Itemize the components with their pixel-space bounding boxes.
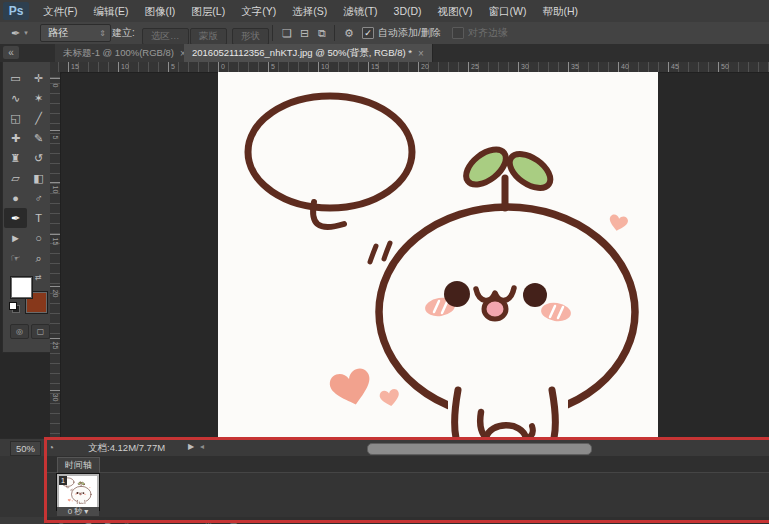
timeline-panel: 时间轴 1 0 秒 ▾ <box>0 456 769 517</box>
timeline-menu-icon[interactable]: ≡ <box>59 518 64 524</box>
spot-healing-brush-tool[interactable]: ✚ <box>4 128 27 148</box>
ellipse-shape-icon: ○ <box>35 233 42 244</box>
speech-bubble <box>248 96 412 208</box>
menu-help[interactable]: 帮助(H) <box>535 0 587 22</box>
menu-select[interactable]: 选择(S) <box>284 0 335 22</box>
swap-colors-icon[interactable]: ⇄ <box>35 273 42 282</box>
path-arrangement-icon: ⧉ <box>314 27 330 40</box>
menu-filter[interactable]: 滤镜(T) <box>335 0 385 22</box>
path-selection-icon: ► <box>10 233 21 244</box>
scroll-left-arrow-icon[interactable]: ◂ <box>200 442 204 451</box>
menu-layer[interactable]: 图层(L) <box>183 0 233 22</box>
tool-preset-picker[interactable]: ✒ ▾ <box>7 22 28 44</box>
magic-wand-tool[interactable]: ✶ <box>27 88 50 108</box>
hand-tool[interactable]: ☞ <box>4 248 27 268</box>
character-leg <box>455 390 458 438</box>
menu-edit[interactable]: 编辑(E) <box>85 0 136 22</box>
auto-add-delete-label: 自动添加/删除 <box>378 26 441 40</box>
horizontal-scrollbar-thumb[interactable] <box>367 443 592 455</box>
clone-stamp-icon: ♜ <box>11 153 21 164</box>
magic-wand-icon: ✶ <box>34 93 43 104</box>
timeline-tab[interactable]: 时间轴 <box>57 457 100 473</box>
heart-small <box>608 214 629 233</box>
pen-icon: ✒ <box>11 213 20 224</box>
rectangular-marquee-icon: ▭ <box>10 73 20 84</box>
zoom-icon: ⌕ <box>35 253 41 264</box>
document-tab-active[interactable]: 20160521112356_nhKTJ.jpg @ 50%(背景, RGB/8… <box>184 44 433 62</box>
path-alignment-icon: ⊟ <box>296 27 313 40</box>
gradient-tool[interactable]: ◧ <box>27 168 50 188</box>
path-operations-button[interactable]: ❏ <box>278 22 296 44</box>
document-canvas[interactable] <box>218 72 658 438</box>
history-brush-tool[interactable]: ↺ <box>27 148 50 168</box>
menu-type[interactable]: 文字(Y) <box>233 0 284 22</box>
separator <box>272 25 273 41</box>
menu-window[interactable]: 窗口(W) <box>481 0 535 22</box>
tools-collapse-button[interactable]: « <box>3 46 19 59</box>
status-flyout-arrow-icon[interactable]: ▶ <box>188 442 194 451</box>
menu-view[interactable]: 视图(V) <box>430 0 481 22</box>
timeline-panel-header: 时间轴 <box>45 456 769 473</box>
eraser-tool[interactable]: ▱ <box>4 168 27 188</box>
play-icon[interactable]: ▶ <box>105 518 111 524</box>
eyedropper-icon: ╱ <box>35 113 42 124</box>
move-icon: ✛ <box>34 73 43 84</box>
animation-frame-1[interactable]: 1 <box>57 474 99 510</box>
next-frame-icon[interactable]: ▹ <box>125 518 129 524</box>
document-tab-untitled[interactable]: 未标题-1 @ 100%(RGB/8) × <box>55 44 195 62</box>
tool-options-bar: ✒ ▾ 路径 ⇕ 建立: 选区… 蒙版 形状 ❏ ⊟ ⧉ <box>0 22 769 45</box>
clone-stamp-tool[interactable]: ♜ <box>4 148 27 168</box>
rectangular-marquee-tool[interactable]: ▭ <box>4 68 27 88</box>
new-frame-icon[interactable]: ⊞ <box>205 518 212 524</box>
ellipse-shape-tool[interactable]: ○ <box>27 228 50 248</box>
pen-tool[interactable]: ✒ <box>4 208 27 228</box>
blur-icon: ● <box>12 193 19 204</box>
path-arrangement-button[interactable]: ⧉ <box>314 22 330 44</box>
brush-tool[interactable]: ✎ <box>27 128 50 148</box>
eyedropper-tool[interactable]: ╱ <box>27 108 50 128</box>
workspace: ▭ ✛ ∿ ✶ ◱ ╱ ✚ ✎ ♜ ↺ ▱ ◧ ● ♂ ✒ T ► ○ ☞ ⌕ <box>0 62 769 438</box>
hand-icon: ☞ <box>11 253 21 264</box>
foreground-color-swatch[interactable] <box>10 276 33 299</box>
zoom-tool[interactable]: ⌕ <box>27 248 50 268</box>
close-icon[interactable]: × <box>418 48 424 59</box>
history-brush-icon: ↺ <box>34 153 43 164</box>
frame-duration-value: 0 秒 <box>68 506 83 517</box>
menu-3d[interactable]: 3D(D) <box>386 0 430 22</box>
quick-mask-button[interactable]: ◎ <box>10 324 29 339</box>
photoshop-window: Ps 文件(F) 编辑(E) 图像(I) 图层(L) 文字(Y) 选择(S) 滤… <box>0 0 769 524</box>
spot-healing-brush-icon: ✚ <box>11 133 20 144</box>
path-selection-tool[interactable]: ► <box>4 228 27 248</box>
eye-right <box>523 283 547 307</box>
photoshop-logo: Ps <box>3 2 29 20</box>
heart-small <box>379 388 401 407</box>
tools-panel: ▭ ✛ ∿ ✶ ◱ ╱ ✚ ✎ ♜ ↺ ▱ ◧ ● ♂ ✒ T ► ○ ☞ ⌕ <box>2 62 52 353</box>
timeline-controls-clipped: ≡ ◀ ▶ ▹ ⊞ ▦ <box>45 517 769 524</box>
menu-file[interactable]: 文件(F) <box>35 0 85 22</box>
frame-duration-control[interactable]: 0 秒 ▾ <box>57 507 99 516</box>
crop-tool[interactable]: ◱ <box>4 108 27 128</box>
zoom-level-field[interactable]: 50% <box>10 441 41 456</box>
menu-bar: Ps 文件(F) 编辑(E) 图像(I) 图层(L) 文字(Y) 选择(S) 滤… <box>0 0 769 23</box>
move-tool[interactable]: ✛ <box>27 68 50 88</box>
lasso-icon: ∿ <box>11 93 20 104</box>
dodge-tool[interactable]: ♂ <box>27 188 50 208</box>
previous-frame-icon[interactable]: ◀ <box>85 518 91 524</box>
type-tool[interactable]: T <box>27 208 50 228</box>
brush-icon: ✎ <box>34 133 43 144</box>
make-label: 建立: <box>112 22 135 44</box>
screen-mode-button[interactable]: ▢ <box>31 324 50 339</box>
frame-number-badge: 1 <box>59 476 67 485</box>
path-alignment-button[interactable]: ⊟ <box>296 22 313 44</box>
pen-mode-select[interactable]: 路径 ⇕ <box>40 25 111 41</box>
lasso-tool[interactable]: ∿ <box>4 88 27 108</box>
default-colors-icon[interactable] <box>9 302 19 312</box>
document-tab-title: 未标题-1 @ 100%(RGB/8) <box>63 47 174 60</box>
pen-options-gear-button[interactable]: ⚙ <box>340 22 358 44</box>
auto-add-delete-checkbox[interactable]: ✓ 自动添加/删除 <box>362 22 441 44</box>
blur-tool[interactable]: ● <box>4 188 27 208</box>
convert-timeline-icon[interactable]: ▦ <box>230 518 238 524</box>
menu-image[interactable]: 图像(I) <box>136 0 183 22</box>
path-operations-icon: ❏ <box>278 27 296 40</box>
type-icon: T <box>35 213 42 224</box>
